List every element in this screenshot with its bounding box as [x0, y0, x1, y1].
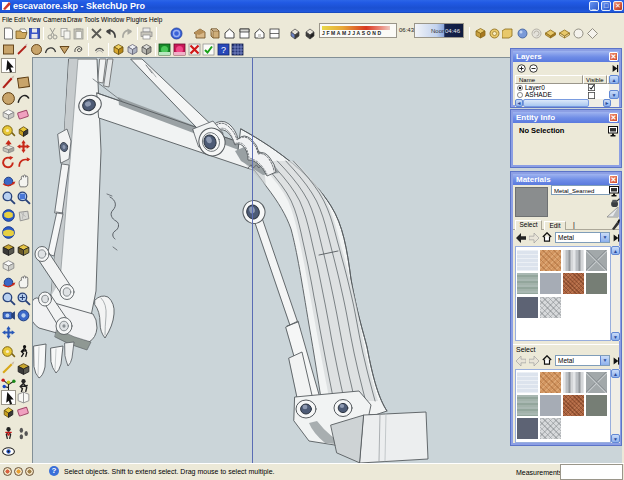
svg-text:?: ?	[221, 45, 226, 55]
